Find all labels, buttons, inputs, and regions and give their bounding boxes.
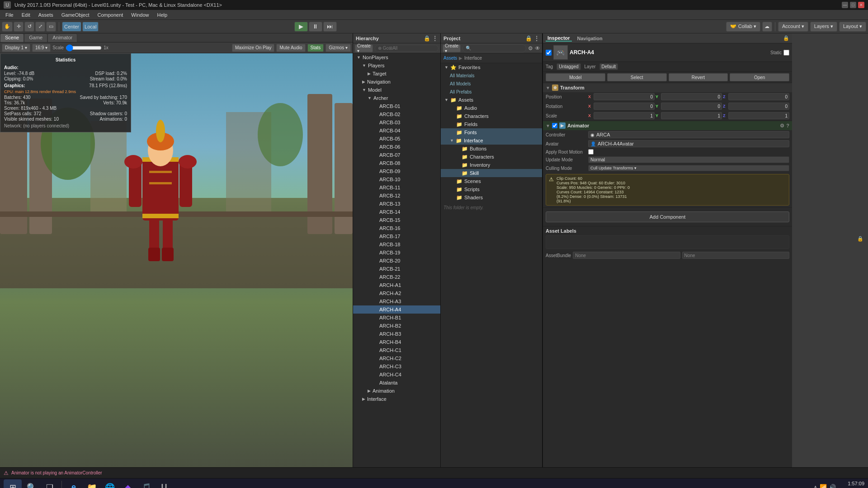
transform-header[interactable]: ▼ ⊕ Transform [543, 83, 792, 92]
hierarchy-item-arcb18[interactable]: ARCB-18 [353, 240, 440, 249]
project-lock-icon[interactable]: 🔒 [525, 35, 532, 42]
project-item-audio[interactable]: 📁Audio [441, 104, 542, 112]
hierarchy-create-button[interactable]: Create ▾ [355, 44, 373, 52]
mute-audio-button[interactable]: Mute Audio [276, 44, 305, 52]
hierarchy-item-archb2[interactable]: ARCH-B2 [353, 322, 440, 330]
position-z-input[interactable] [728, 93, 789, 100]
hand-tool-button[interactable]: ✋ [2, 22, 13, 32]
hierarchy-item-arcb14[interactable]: ARCB-14 [353, 208, 440, 216]
close-button[interactable]: ✕ [858, 2, 864, 8]
maximize-button[interactable]: □ [850, 2, 856, 8]
scale-x-input[interactable] [594, 112, 655, 119]
center-button[interactable]: Center [62, 22, 81, 32]
project-item-characters[interactable]: 📁Characters [441, 153, 542, 161]
project-content[interactable]: ▼ ⭐ Favorites All Materials All Models A… [441, 63, 542, 467]
local-button[interactable]: Local [82, 22, 99, 32]
hierarchy-item-navigation[interactable]: ▶Navigation [353, 78, 440, 86]
hierarchy-item-archb3[interactable]: ARCH-B3 [353, 330, 440, 338]
project-item-skill[interactable]: 📁Skill [441, 169, 542, 177]
fav-all-prefabs[interactable]: All Prefabs [441, 88, 542, 96]
hierarchy-item-players[interactable]: ▼Players [353, 61, 440, 70]
start-button[interactable]: ⊞ [4, 479, 22, 488]
task-view-button[interactable]: ❑ [42, 479, 58, 488]
hierarchy-item-arcb22[interactable]: ARCB-22 [353, 273, 440, 281]
hierarchy-item-archer[interactable]: ▼Archer [353, 94, 440, 102]
project-create-button[interactable]: Create ▾ [443, 44, 461, 52]
culling-dropdown[interactable]: Cull Update Transforms ▾ [588, 165, 789, 171]
hierarchy-item-archa1[interactable]: ARCH-A1 [353, 281, 440, 289]
file-explorer-button[interactable]: 📁 [84, 479, 100, 488]
hierarchy-item-archc4[interactable]: ARCH-C4 [353, 371, 440, 379]
tray-network-icon[interactable]: 📶 [820, 484, 827, 488]
tray-sound-icon[interactable]: 🔊 [829, 484, 836, 488]
hierarchy-item-archc3[interactable]: ARCH-C3 [353, 362, 440, 371]
open-button[interactable]: Open [730, 73, 789, 81]
hierarchy-item-arcb16[interactable]: ARCB-16 [353, 224, 440, 232]
hierarchy-item-arcb15[interactable]: ARCB-15 [353, 216, 440, 224]
project-item-scenes[interactable]: 📁Scenes [441, 177, 542, 185]
inspector-lock-icon[interactable]: 🔒 [783, 35, 789, 41]
display-selector[interactable]: Display 1 ▾ [2, 44, 30, 52]
scale-tool-button[interactable]: ⤢ [35, 22, 45, 32]
hierarchy-item-archa3[interactable]: ARCH-A3 [353, 297, 440, 305]
animator-settings-icon[interactable]: ⚙ [780, 123, 784, 129]
hierarchy-item-arcb06[interactable]: ARCB-06 [353, 143, 440, 151]
rotation-y-input[interactable] [661, 103, 722, 110]
asset-labels-tags-area[interactable]: 🔒 [546, 235, 789, 249]
rotation-z-input[interactable] [728, 103, 789, 110]
object-active-checkbox[interactable] [546, 50, 552, 56]
select-button[interactable]: Select [607, 73, 667, 81]
hierarchy-item-archc2[interactable]: ARCH-C2 [353, 354, 440, 362]
aspect-ratio-selector[interactable]: 16:9 ▾ [32, 44, 51, 52]
maximize-on-play-button[interactable]: Maximize On Play [232, 44, 275, 52]
hierarchy-item-nonplayers[interactable]: ▼NonPlayers [353, 53, 440, 61]
breadcrumb-assets[interactable]: Assets [443, 56, 457, 61]
hierarchy-item-arcb02[interactable]: ARCB-02 [353, 110, 440, 118]
rotate-tool-button[interactable]: ↺ [24, 22, 34, 32]
animator-help-icon[interactable]: ? [786, 123, 789, 129]
hierarchy-more-icon[interactable]: ⋮ [432, 35, 438, 42]
taskbar-time[interactable]: 1:57:09 17/08/2017 [840, 480, 864, 488]
scale-slider[interactable] [66, 44, 102, 52]
hierarchy-item-arcb07[interactable]: ARCB-07 [353, 151, 440, 159]
collab-button[interactable]: 🤝 Collab ▾ [726, 22, 760, 32]
assets-header[interactable]: ▼📁Assets [441, 96, 542, 104]
fav-all-models[interactable]: All Models [441, 80, 542, 88]
cloud-button[interactable]: ☁ [762, 22, 772, 32]
hierarchy-item-archb1[interactable]: ARCH-B1 [353, 314, 440, 322]
rect-tool-button[interactable]: ▭ [46, 22, 56, 32]
menu-gameobject[interactable]: GameObject [58, 11, 93, 19]
hierarchy-item-archb4[interactable]: ARCH-B4 [353, 338, 440, 346]
layer-dropdown[interactable]: Default [599, 63, 618, 70]
inspector-tab[interactable]: Inspector [546, 35, 572, 42]
hierarchy-item-arcb17[interactable]: ARCB-17 [353, 232, 440, 240]
project-search-input[interactable] [462, 44, 526, 52]
hierarchy-item-arcb19[interactable]: ARCB-19 [353, 249, 440, 257]
chrome-button[interactable]: 🌐 [102, 479, 118, 488]
tray-up-icon[interactable]: ∧ [813, 484, 818, 488]
hierarchy-lock-icon[interactable]: 🔒 [424, 35, 430, 42]
stats-button[interactable]: Stats [307, 44, 324, 52]
project-item-fonts[interactable]: 📁Fonts [441, 128, 542, 136]
hierarchy-item-arcb12[interactable]: ARCB-12 [353, 192, 440, 200]
menu-edit[interactable]: Edit [18, 11, 34, 19]
menu-file[interactable]: File [2, 11, 17, 19]
scale-y-input[interactable] [661, 112, 722, 119]
assetbundle-dropdown[interactable]: None [573, 252, 680, 259]
scene-view[interactable]: Statistics Audio: Level: -74.8 dB DSP lo… [0, 53, 353, 467]
project-item-buttons[interactable]: 📁Buttons [441, 145, 542, 153]
step-button[interactable]: ⏭ [323, 22, 337, 32]
menu-help[interactable]: Help [153, 11, 171, 19]
hierarchy-item-arcb11[interactable]: ARCB-11 [353, 183, 440, 192]
revert-button[interactable]: Revert [669, 73, 728, 81]
hierarchy-content[interactable]: ▼NonPlayers▼Players▶Target▶Navigation▼Mo… [353, 53, 440, 467]
menu-component[interactable]: Component [94, 11, 127, 19]
play-button[interactable]: ▶ [294, 22, 308, 32]
project-more-icon[interactable]: ⋮ [534, 35, 539, 42]
hierarchy-item-animation[interactable]: ▶Animation [353, 387, 440, 395]
model-button[interactable]: Model [546, 73, 605, 81]
menu-window[interactable]: Window [127, 11, 152, 19]
hierarchy-item-model[interactable]: ▼Model [353, 86, 440, 94]
pause-button[interactable]: ⏸ [309, 22, 322, 32]
hierarchy-item-arcb10[interactable]: ARCB-10 [353, 175, 440, 183]
